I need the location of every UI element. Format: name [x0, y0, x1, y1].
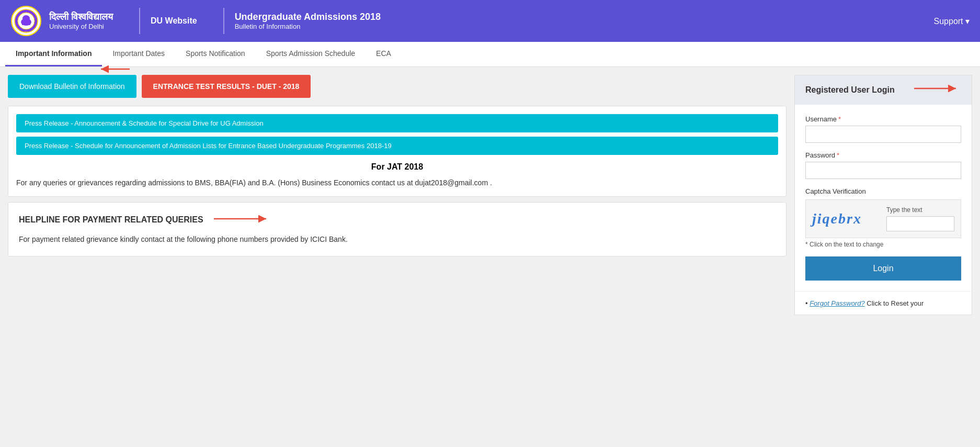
tab-important-dates[interactable]: Important Dates — [102, 42, 175, 66]
entrance-test-results-button[interactable]: ENTRANCE TEST RESULTS - DUET - 2018 — [142, 75, 311, 98]
captcha-section: Captcha Verification jiqebrx Type the te… — [805, 187, 961, 248]
login-box: Registered User Login Userna — [794, 75, 972, 315]
main-layout: Download Bulletin of Information ENTRANC… — [0, 67, 980, 323]
username-group: Username* — [805, 115, 961, 143]
forgot-suffix: Click to Reset your — [865, 299, 924, 307]
password-input[interactable] — [805, 162, 961, 179]
helpline-heading-row: HELPLINE FOR PAYMENT RELATED QUERIES — [19, 213, 776, 226]
admission-info: Undergraduate Admissions 2018 Bulletin o… — [235, 12, 381, 30]
svg-rect-6 — [29, 21, 30, 25]
jat-heading: For JAT 2018 — [16, 162, 778, 172]
username-input[interactable] — [805, 126, 961, 143]
login-body: Username* Password* Captcha Verification… — [795, 105, 972, 291]
captcha-hint: * Click on the text to change — [805, 241, 961, 248]
captcha-image[interactable]: jiqebrx — [812, 210, 862, 227]
svg-point-4 — [22, 15, 30, 21]
login-button[interactable]: Login — [805, 256, 961, 281]
press-releases-card: Press Release - Announcement & Schedule … — [8, 106, 787, 197]
tab-sports-admission-schedule[interactable]: Sports Admission Schedule — [256, 42, 366, 66]
captcha-right: Type the text — [886, 206, 954, 231]
svg-rect-5 — [22, 21, 24, 25]
login-header-arrow — [909, 83, 961, 97]
header-divider-2 — [223, 8, 224, 34]
helpline-text: For payment related grievance kindly con… — [19, 233, 776, 245]
university-name: दिल्ली विश्वविद्यालय University of Delhi — [49, 12, 113, 30]
password-group: Password* — [805, 151, 961, 179]
university-logo: DU — [10, 5, 42, 37]
login-header-title: Registered User Login — [805, 85, 895, 95]
press-release-1-button[interactable]: Press Release - Announcement & Schedule … — [16, 114, 778, 132]
tab-important-information[interactable]: Important Information — [5, 42, 102, 66]
university-english-name: University of Delhi — [49, 23, 113, 30]
university-hindi-name: दिल्ली विश्वविद्यालय — [49, 12, 113, 23]
tab-eca[interactable]: ECA — [366, 42, 402, 66]
helpline-heading: HELPLINE FOR PAYMENT RELATED QUERIES — [19, 215, 203, 225]
admission-subtitle: Bulletin of Information — [235, 23, 381, 30]
forgot-password-link[interactable]: Forgot Password? — [810, 299, 865, 307]
header-divider — [139, 8, 140, 34]
password-label: Password* — [805, 151, 961, 159]
header: DU दिल्ली विश्वविद्यालय University of De… — [0, 0, 980, 42]
support-button[interactable]: Support ▾ — [934, 16, 970, 26]
helpline-card: HELPLINE FOR PAYMENT RELATED QUERIES For… — [8, 202, 787, 256]
nav-arrow — [93, 64, 135, 80]
press-release-2-button[interactable]: Press Release - Schedule for Announcemen… — [16, 137, 778, 155]
admission-title: Undergraduate Admissions 2018 — [235, 12, 381, 23]
jat-text: For any queries or grievances regarding … — [16, 177, 778, 188]
forgot-section: • Forgot Password? Click to Reset your — [795, 291, 972, 315]
login-header: Registered User Login — [795, 75, 972, 105]
captcha-input[interactable] — [886, 216, 954, 231]
forgot-text: • Forgot Password? Click to Reset your — [805, 299, 924, 307]
captcha-box[interactable]: jiqebrx Type the text — [805, 199, 961, 238]
captcha-type-label: Type the text — [886, 206, 922, 214]
helpline-arrow — [209, 213, 271, 226]
svg-text:DU: DU — [25, 30, 28, 33]
tab-sports-notification[interactable]: Sports Notification — [175, 42, 256, 66]
captcha-label: Captcha Verification — [805, 187, 961, 195]
main-content: Download Bulletin of Information ENTRANC… — [8, 75, 787, 256]
nav-tabs: Important Information Important Dates Sp… — [0, 42, 980, 67]
du-website-link[interactable]: DU Website — [151, 16, 197, 26]
username-label: Username* — [805, 115, 961, 123]
sidebar: Registered User Login Userna — [794, 75, 972, 315]
